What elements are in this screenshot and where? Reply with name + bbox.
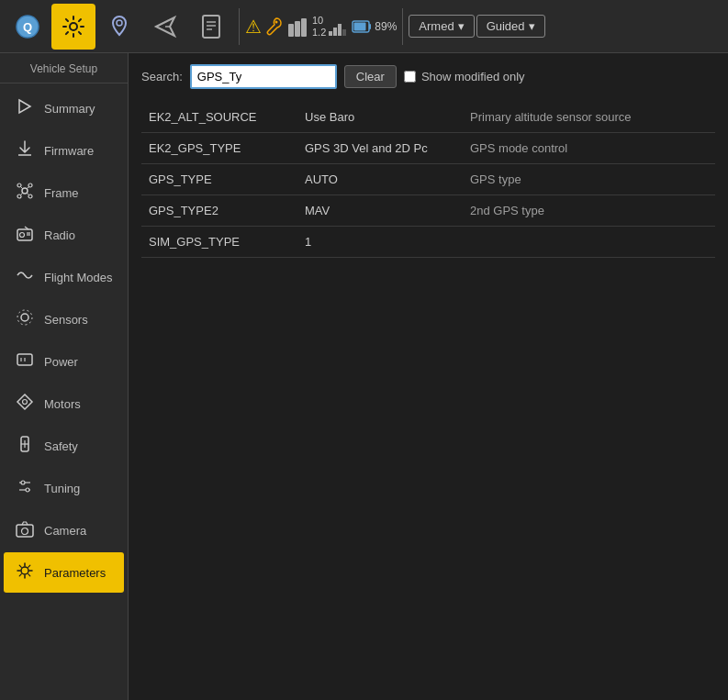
sidebar-header: Vehicle Setup: [0, 57, 128, 83]
table-row[interactable]: EK2_ALT_SOURCE Use Baro Primary altitude…: [141, 102, 715, 133]
sidebar-item-parameters[interactable]: Parameters: [4, 552, 124, 593]
settings-button[interactable]: [51, 4, 95, 50]
sidebar-item-motors[interactable]: Motors: [4, 383, 124, 424]
param-value[interactable]: GPS 3D Vel and 2D Pc: [297, 133, 463, 164]
sidebar-item-label-flight-modes: Flight Modes: [44, 271, 112, 284]
armed-label: Armed: [419, 19, 454, 33]
guided-button[interactable]: Guided ▾: [476, 15, 545, 38]
armed-button[interactable]: Armed ▾: [409, 15, 474, 38]
firmware-icon: [15, 139, 35, 161]
motors-icon: [15, 393, 35, 415]
table-row[interactable]: EK2_GPS_TYPE GPS 3D Vel and 2D Pc GPS mo…: [141, 133, 715, 164]
clear-button[interactable]: Clear: [344, 65, 397, 88]
guided-label: Guided: [487, 19, 525, 33]
svg-point-42: [23, 400, 28, 405]
show-modified-label[interactable]: Show modified only: [404, 70, 525, 83]
param-description: 2nd GPS type: [463, 195, 715, 227]
svg-point-49: [26, 488, 29, 492]
search-input[interactable]: [190, 64, 337, 89]
svg-rect-18: [369, 24, 371, 29]
svg-point-2: [70, 23, 77, 30]
sidebar-item-firmware[interactable]: Firmware: [4, 130, 124, 171]
send-button[interactable]: [143, 4, 187, 50]
battery-percent: 89%: [375, 20, 397, 33]
toolbar: Q ⚠: [0, 0, 728, 53]
home-button[interactable]: Q: [6, 4, 50, 50]
camera-icon: [15, 519, 35, 541]
sidebar-item-camera[interactable]: Camera: [4, 510, 124, 550]
sidebar-item-radio[interactable]: Radio: [4, 215, 124, 255]
svg-point-51: [22, 528, 28, 535]
show-modified-checkbox[interactable]: [404, 71, 416, 83]
sidebar-item-label-summary: Summary: [44, 102, 95, 116]
search-bar: Search: Clear Show modified only: [141, 64, 715, 89]
link-counter: 10 1.2: [312, 15, 326, 37]
param-table: EK2_ALT_SOURCE Use Baro Primary altitude…: [141, 102, 715, 258]
guided-dropdown-icon: ▾: [529, 19, 535, 33]
sidebar-item-frame[interactable]: Frame: [4, 172, 124, 213]
param-name: GPS_TYPE: [141, 164, 297, 195]
summary-icon: [15, 97, 35, 119]
sidebar-item-label-motors: Motors: [44, 397, 81, 411]
main-layout: Vehicle Setup Summary Firmware: [0, 53, 728, 700]
svg-point-23: [17, 183, 21, 187]
sidebar: Vehicle Setup Summary Firmware: [0, 53, 129, 700]
svg-rect-10: [288, 24, 294, 37]
warning-icon: ⚠: [245, 16, 262, 38]
sidebar-item-label-tuning: Tuning: [44, 482, 80, 495]
param-description: [463, 227, 715, 258]
toolbar-separator-2: [402, 8, 403, 45]
param-name: EK2_GPS_TYPE: [141, 133, 297, 164]
safety-icon: [15, 435, 35, 457]
svg-marker-20: [19, 100, 30, 113]
svg-point-52: [21, 567, 28, 574]
link-icon: [286, 15, 309, 39]
param-description: Primary altitude sensor source: [463, 102, 715, 133]
signal-icon: [328, 17, 350, 37]
sidebar-item-sensors[interactable]: Sensors: [4, 299, 124, 339]
param-value[interactable]: AUTO: [297, 164, 463, 195]
table-row[interactable]: GPS_TYPE2 MAV 2nd GPS type: [141, 195, 715, 227]
power-icon: [15, 350, 35, 372]
sidebar-item-label-sensors: Sensors: [44, 313, 88, 327]
sidebar-item-tuning[interactable]: Tuning: [4, 468, 124, 508]
svg-line-29: [21, 193, 24, 195]
svg-point-3: [117, 20, 122, 26]
sidebar-item-safety[interactable]: Safety: [4, 426, 124, 466]
svg-rect-11: [295, 21, 300, 37]
parameters-icon: [15, 561, 35, 583]
svg-point-32: [20, 233, 25, 238]
svg-line-30: [27, 193, 29, 195]
svg-line-27: [21, 187, 24, 190]
table-row[interactable]: GPS_TYPE AUTO GPS type: [141, 164, 715, 195]
flight-modes-icon: [15, 266, 35, 288]
battery-icon: [352, 17, 372, 37]
toolbar-separator-1: [239, 8, 240, 45]
svg-rect-13: [329, 31, 332, 36]
sidebar-item-label-camera: Camera: [44, 524, 86, 538]
table-row[interactable]: SIM_GPS_TYPE 1: [141, 227, 715, 258]
param-description: GPS mode control: [463, 133, 715, 164]
param-name: EK2_ALT_SOURCE: [141, 102, 297, 133]
param-value[interactable]: MAV: [297, 195, 463, 227]
svg-rect-12: [301, 18, 307, 37]
svg-line-28: [27, 187, 29, 190]
svg-rect-5: [203, 16, 219, 38]
signal-status: [328, 17, 350, 37]
sidebar-item-label-radio: Radio: [44, 228, 75, 242]
sidebar-item-power[interactable]: Power: [4, 341, 124, 382]
document-button[interactable]: [189, 4, 233, 50]
param-value[interactable]: 1: [297, 227, 463, 258]
frame-icon: [15, 182, 35, 204]
param-value[interactable]: Use Baro: [297, 102, 463, 133]
wrench-icon: [263, 17, 284, 37]
svg-rect-14: [333, 28, 337, 36]
map-pin-button[interactable]: [97, 4, 141, 50]
radio-icon: [15, 224, 35, 246]
sidebar-item-summary[interactable]: Summary: [4, 88, 124, 128]
svg-point-25: [17, 194, 21, 198]
param-name: GPS_TYPE2: [141, 195, 297, 227]
svg-marker-41: [17, 394, 32, 409]
svg-point-9: [275, 20, 278, 23]
sidebar-item-flight-modes[interactable]: Flight Modes: [4, 257, 124, 297]
